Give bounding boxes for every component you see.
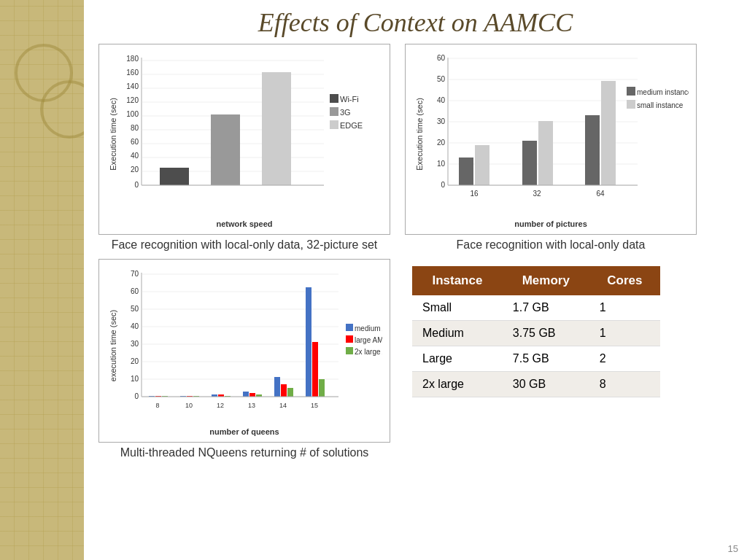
- table-row: Small 1.7 GB 1: [412, 295, 660, 321]
- svg-text:30: 30: [437, 117, 446, 125]
- chart2-bar-m3: [585, 115, 600, 185]
- chart1-bar-3g: [211, 114, 240, 185]
- top-charts-row: Execution time (sec) 0 20 40: [98, 44, 732, 253]
- slide-title: Effects of Context on AAMCC: [98, 7, 732, 38]
- svg-text:60: 60: [131, 287, 139, 295]
- chart1-container: Execution time (sec) 0 20 40: [98, 44, 390, 253]
- svg-text:EDGE: EDGE: [340, 121, 363, 130]
- table-row: Medium 3.75 GB 1: [412, 320, 660, 346]
- svg-text:40: 40: [131, 152, 139, 160]
- table-cell-cores-4: 8: [589, 371, 660, 397]
- chart2-bar-s2: [538, 121, 553, 185]
- table-cell-instance-4: 2x large: [412, 371, 503, 397]
- svg-rect-47: [627, 87, 635, 96]
- table-header-cores: Cores: [589, 266, 660, 295]
- chart2-bar-s1: [475, 145, 489, 185]
- chart2-bar-m2: [522, 141, 537, 185]
- svg-text:10: 10: [131, 375, 139, 383]
- svg-rect-26: [330, 120, 338, 129]
- svg-text:180: 180: [126, 55, 139, 63]
- main-content: Effects of Context on AAMCC Execution ti…: [84, 0, 747, 560]
- bottom-row: execution time (sec) 0 10 20 30 40: [98, 259, 732, 461]
- svg-rect-89: [312, 342, 318, 397]
- svg-text:32: 32: [533, 190, 541, 198]
- svg-text:50: 50: [131, 305, 139, 313]
- table-cell-memory-3: 7.5 GB: [503, 346, 589, 371]
- svg-text:3G: 3G: [340, 108, 351, 117]
- svg-rect-86: [287, 388, 293, 397]
- svg-text:10: 10: [437, 160, 446, 168]
- chart2-xlabel: number of pictures: [411, 219, 690, 228]
- svg-text:0: 0: [441, 181, 445, 189]
- svg-text:120: 120: [126, 96, 139, 104]
- svg-text:16: 16: [470, 190, 479, 198]
- svg-text:50: 50: [437, 75, 446, 83]
- chart3-ylabel: execution time (sec): [109, 310, 117, 381]
- chart1-bar-edge: [262, 72, 291, 185]
- svg-rect-22: [330, 94, 338, 103]
- svg-rect-49: [627, 100, 635, 109]
- chart1-caption: Face recognition with local-only data, 3…: [98, 238, 390, 253]
- svg-text:100: 100: [126, 110, 139, 118]
- table-cell-instance-1: Small: [412, 295, 503, 321]
- svg-rect-80: [243, 392, 249, 397]
- svg-text:80: 80: [131, 124, 139, 132]
- table-cell-memory-2: 3.75 GB: [503, 320, 589, 346]
- chart1-svg: Execution time (sec) 0 20 40: [105, 50, 382, 218]
- chart2-svg: Execution time (sec) 0 10 20 30 40: [411, 50, 689, 218]
- left-panel: [0, 0, 84, 560]
- svg-text:60: 60: [131, 138, 139, 146]
- svg-text:0: 0: [134, 181, 139, 189]
- page-number: 15: [728, 543, 738, 554]
- chart3-box: execution time (sec) 0 10 20 30 40: [98, 259, 390, 443]
- chart3-svg: execution time (sec) 0 10 20 30 40: [105, 265, 382, 426]
- svg-text:140: 140: [126, 82, 139, 90]
- svg-text:medium AMI: medium AMI: [355, 324, 382, 332]
- svg-rect-81: [249, 393, 255, 397]
- table-header-row: Instance Memory Cores: [412, 266, 660, 295]
- svg-text:small instance: small instance: [637, 101, 684, 109]
- table-cell-cores-1: 1: [589, 295, 660, 321]
- svg-text:0: 0: [134, 392, 139, 400]
- svg-text:12: 12: [217, 402, 224, 409]
- chart1-box: Execution time (sec) 0 20 40: [98, 44, 390, 235]
- svg-rect-97: [346, 347, 353, 354]
- svg-text:20: 20: [437, 139, 446, 147]
- svg-rect-85: [281, 384, 287, 397]
- table-cell-cores-2: 1: [589, 320, 660, 346]
- chart2-caption: Face recognition with local-only data: [405, 238, 697, 253]
- svg-text:8: 8: [155, 402, 159, 409]
- svg-text:medium instance: medium instance: [637, 88, 689, 96]
- svg-rect-24: [330, 107, 338, 116]
- table-cell-instance-3: Large: [412, 346, 503, 371]
- chart1-ylabel: Execution time (sec): [109, 98, 117, 171]
- table-row: 2x large 30 GB 8: [412, 371, 660, 397]
- svg-text:40: 40: [437, 96, 446, 104]
- chart1-xlabel: network speed: [105, 219, 384, 228]
- chart1-bar-wifi: [160, 168, 189, 185]
- table-cell-instance-2: Medium: [412, 320, 503, 346]
- table-cell-memory-1: 1.7 GB: [503, 295, 589, 321]
- svg-text:15: 15: [311, 402, 318, 409]
- svg-text:40: 40: [131, 322, 139, 330]
- svg-text:20: 20: [131, 166, 139, 174]
- chart3-xlabel: number of queens: [105, 427, 384, 436]
- svg-text:20: 20: [131, 357, 139, 365]
- instance-table: Instance Memory Cores Small 1.7 GB 1 Med…: [412, 266, 660, 397]
- chart2-ylabel: Execution time (sec): [415, 98, 424, 171]
- svg-text:large AMI: large AMI: [355, 336, 382, 344]
- svg-text:60: 60: [437, 54, 446, 62]
- svg-text:13: 13: [248, 402, 255, 409]
- table-header-memory: Memory: [503, 266, 589, 295]
- svg-rect-90: [319, 379, 325, 397]
- svg-text:64: 64: [596, 190, 605, 198]
- chart2-bar-s3: [601, 81, 616, 185]
- svg-rect-84: [274, 377, 280, 397]
- chart3-caption: Multi-threaded NQueens returning # of so…: [98, 446, 390, 461]
- instance-table-container: Instance Memory Cores Small 1.7 GB 1 Med…: [412, 266, 660, 397]
- svg-text:2x large AMI: 2x large AMI: [355, 348, 382, 356]
- table-row: Large 7.5 GB 2: [412, 346, 660, 371]
- chart2-bar-m1: [459, 158, 473, 185]
- svg-text:10: 10: [185, 402, 193, 409]
- table-cell-cores-3: 2: [589, 346, 660, 371]
